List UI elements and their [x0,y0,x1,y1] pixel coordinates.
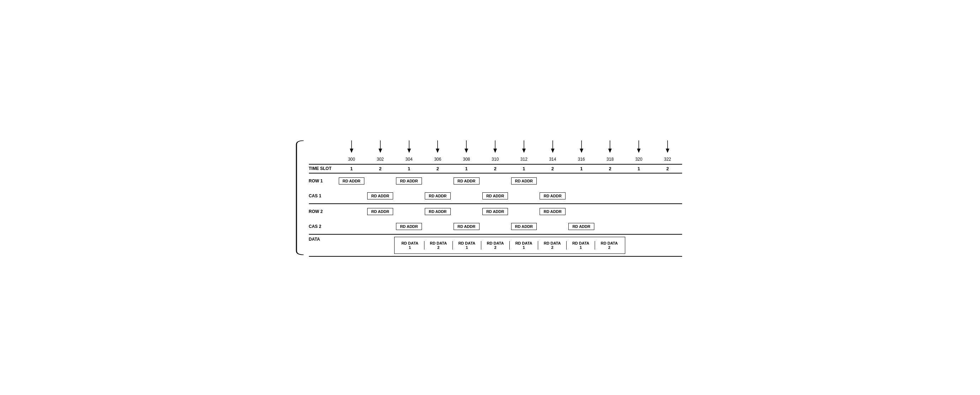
row2-label: ROW 2 [309,209,337,214]
data-item-6: RD DATA 2 [538,241,566,250]
svg-marker-13 [522,149,526,153]
row2-rdaddr-8: RD ADDR [539,208,566,215]
ts-8: 2 [538,166,567,171]
row2-cell-10 [596,206,625,217]
row2-cell-2: RD ADDR [366,206,395,217]
svg-marker-3 [379,149,382,153]
ts-4: 2 [423,166,452,171]
ts-1: 1 [337,166,366,171]
ref-318: 318 [596,139,625,162]
row2-cell-6: RD ADDR [481,206,510,217]
cas2-label: CAS 2 [309,224,337,229]
main-content: 300 302 304 30 [309,139,682,257]
ref-322: 322 [653,139,682,162]
timeslot-row: TIME SLOT 1 2 1 2 1 2 1 2 1 2 1 2 [309,164,682,174]
cas2-rdaddr-3: RD ADDR [396,223,422,230]
svg-marker-19 [608,149,612,153]
svg-marker-7 [436,149,439,153]
cas1-cell-10 [596,191,625,201]
row1-rdaddr-5: RD ADDR [453,177,479,185]
row1-signal-row: ROW 1 RD ADDR RD ADDR RD ADDR RD [309,174,682,188]
cas1-cell-3 [395,191,423,201]
ts-3: 1 [395,166,423,171]
cas2-cell-12 [653,221,682,232]
svg-marker-11 [493,149,497,153]
diagram-container: 300 302 304 30 [295,139,686,257]
cas1-cell-12 [653,191,682,201]
data-item-2: RD DATA 2 [425,241,453,250]
svg-marker-15 [551,149,555,153]
svg-marker-1 [350,149,353,153]
ts-5: 1 [452,166,481,171]
data-item-7: RD DATA 1 [566,241,595,250]
cas2-cell-4 [423,221,452,232]
data-label: DATA [309,237,337,254]
ref-310: 310 [481,139,510,162]
row1-cell-12 [653,176,682,186]
data-item-3: RD DATA 1 [453,241,481,250]
ref-304: 304 [395,139,423,162]
ts-2: 2 [366,166,395,171]
row1-cas1-section: ROW 1 RD ADDR RD ADDR RD ADDR RD [309,174,682,204]
cas2-cell-3: RD ADDR [395,221,423,232]
row2-cell-7 [509,206,538,217]
cas2-cell-10 [596,221,625,232]
row1-cell-1: RD ADDR [337,176,366,186]
cas2-cell-1 [337,221,366,232]
data-section: DATA RD DATA 1 RD DATA 2 [309,235,682,257]
row1-cell-4 [423,176,452,186]
row2-rdaddr-6: RD ADDR [482,208,508,215]
cas2-cell-5: RD ADDR [452,221,481,232]
cas2-rdaddr-5: RD ADDR [453,223,479,230]
timeslot-cells: 1 2 1 2 1 2 1 2 1 2 1 2 [337,166,682,171]
cas2-cell-7: RD ADDR [509,221,538,232]
row1-cell-2 [366,176,395,186]
row2-cell-8: RD ADDR [538,206,567,217]
data-item-1: RD DATA 1 [396,241,425,250]
cas1-cell-11 [625,191,653,201]
ref-314: 314 [538,139,567,162]
cas2-rdaddr-9: RD ADDR [568,223,594,230]
row1-cell-8 [538,176,567,186]
ref-306: 306 [423,139,452,162]
ts-7: 1 [509,166,538,171]
row2-cas2-section: ROW 2 RD ADDR RD ADDR RD ADDR [309,204,682,235]
left-bracket [295,139,305,257]
cas1-rdaddr-4: RD ADDR [425,192,451,199]
cas2-cells: RD ADDR RD ADDR RD ADDR RD ADDR [337,221,682,232]
data-item-5: RD DATA 1 [510,241,538,250]
cas1-signal-row: CAS 1 RD ADDR RD ADDR RD ADDR [309,188,682,203]
cas1-rdaddr-2: RD ADDR [367,192,393,199]
ts-10: 2 [596,166,625,171]
cas2-cell-8 [538,221,567,232]
row2-cell-12 [653,206,682,217]
row1-cell-5: RD ADDR [452,176,481,186]
ts-9: 1 [567,166,596,171]
row1-rdaddr-1: RD ADDR [339,177,365,185]
svg-marker-21 [637,149,641,153]
cas1-rdaddr-8: RD ADDR [539,192,566,199]
row1-cell-3: RD ADDR [395,176,423,186]
row2-cell-5 [452,206,481,217]
cas2-cell-2 [366,221,395,232]
row2-signal-row: ROW 2 RD ADDR RD ADDR RD ADDR [309,204,682,219]
cas1-cell-1 [337,191,366,201]
data-span-box: RD DATA 1 RD DATA 2 RD DATA 1 RD DATA [394,237,625,254]
cas1-cell-4: RD ADDR [423,191,452,201]
ref-312: 312 [509,139,538,162]
cas1-cell-9 [567,191,596,201]
ref-320: 320 [625,139,653,162]
cas1-cell-6: RD ADDR [481,191,510,201]
cas1-cells: RD ADDR RD ADDR RD ADDR RD ADDR [337,191,682,201]
cas1-cell-2: RD ADDR [366,191,395,201]
svg-marker-17 [580,149,583,153]
row1-cell-9 [567,176,596,186]
row2-cell-9 [567,206,596,217]
row2-cell-4: RD ADDR [423,206,452,217]
row2-cell-1 [337,206,366,217]
row2-rdaddr-4: RD ADDR [425,208,451,215]
row1-cell-7: RD ADDR [509,176,538,186]
ts-11: 1 [625,166,653,171]
data-item-4: RD DATA 2 [481,241,510,250]
cas2-cell-11 [625,221,653,232]
